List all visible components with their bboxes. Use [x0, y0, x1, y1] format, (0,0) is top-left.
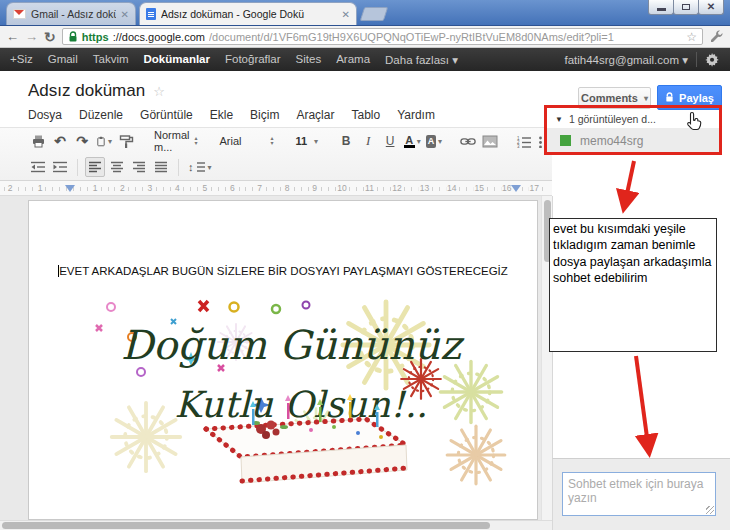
paste-button[interactable]: ▾: [94, 131, 114, 151]
menu-item[interactable]: Dosya: [28, 108, 62, 122]
menu-item[interactable]: Tablo: [351, 108, 380, 122]
tab-close-icon[interactable]: ✕: [121, 9, 129, 20]
ruler-number: 15: [474, 183, 485, 193]
comments-button[interactable]: Comments ▾: [578, 87, 651, 109]
google-bar-link[interactable]: Daha fazlası ▾: [385, 53, 458, 67]
ruler-number: 7: [256, 183, 263, 193]
bookmark-star-icon[interactable]: ☆: [686, 30, 697, 44]
justify-button[interactable]: [151, 157, 171, 177]
account-menu[interactable]: fatih44srg@gmail.com ▾: [564, 53, 688, 67]
align-left-button[interactable]: [85, 157, 105, 177]
paint-format-button[interactable]: [116, 131, 136, 151]
margin-marker[interactable]: [511, 185, 521, 197]
text-color-button[interactable]: A ▾: [402, 131, 422, 151]
print-button[interactable]: [28, 131, 48, 151]
numbered-list-button[interactable]: 123: [514, 131, 534, 151]
resize-handle-icon[interactable]: [706, 506, 714, 514]
annotation-note: evet bu kısımdaki yeşile tıkladıgım zama…: [549, 218, 717, 352]
birthday-image[interactable]: Doğum Gününüz Kutlu Olsun!..: [76, 297, 516, 492]
chevron-down-icon: ▾: [644, 94, 648, 103]
chevron-down-icon: ▾: [438, 137, 442, 146]
font-size-select[interactable]: 11 ▾: [291, 135, 322, 147]
align-right-button[interactable]: [129, 157, 149, 177]
ruler: 211234567891011121314151617: [0, 181, 552, 196]
ruler-number: 1: [92, 183, 99, 193]
google-bar-links: +SizGmailTakvimDokümanlarFotoğraflarSite…: [10, 53, 458, 67]
viewer-name: memo44srg: [580, 134, 643, 148]
ruler-number: 10: [336, 183, 347, 193]
restore-button[interactable]: [673, 0, 699, 15]
wrench-menu-icon[interactable]: [709, 29, 724, 44]
ruler-number: 4: [174, 183, 181, 193]
gmail-icon: [13, 9, 26, 19]
updown-icon: ▴▾: [194, 136, 197, 146]
color-letter: A: [405, 135, 413, 145]
ruler-number: 11: [364, 183, 375, 193]
divider: [696, 52, 697, 67]
minimize-button[interactable]: [648, 0, 674, 15]
share-button[interactable]: Paylaş: [657, 85, 722, 110]
google-bar-link[interactable]: +Siz: [10, 53, 33, 67]
undo-button[interactable]: ↶: [50, 131, 70, 151]
restore-icon: [682, 4, 690, 10]
scrollbar-thumb[interactable]: [2, 522, 490, 529]
menu-item[interactable]: Düzenle: [79, 108, 123, 122]
docs-icon: [146, 8, 156, 20]
share-label: Paylaş: [679, 92, 714, 104]
google-bar-link[interactable]: Sites: [296, 53, 322, 67]
tab-gmail[interactable]: Gmail - Adsız doküman (fatih4 ✕: [6, 2, 136, 25]
google-bar-link[interactable]: Gmail: [48, 53, 78, 67]
menu-item[interactable]: Yardım: [397, 108, 435, 122]
redo-button[interactable]: ↷: [72, 131, 92, 151]
menu-item[interactable]: Ekle: [210, 108, 233, 122]
underline-button[interactable]: U: [380, 131, 400, 151]
horizontal-scrollbar[interactable]: [0, 520, 552, 530]
google-bar-link[interactable]: Takvim: [93, 53, 129, 67]
forward-button[interactable]: →: [25, 30, 38, 43]
font-select[interactable]: Arial ▴▾: [215, 135, 277, 147]
ruler-number: 1: [37, 183, 44, 193]
chat-input[interactable]: [562, 472, 716, 516]
app-window: Gmail - Adsız doküman (fatih4 ✕ Adsız do…: [0, 0, 730, 530]
highlight-icon: A: [426, 135, 436, 148]
insert-link-button[interactable]: [458, 131, 478, 151]
align-center-button[interactable]: [107, 157, 127, 177]
viewers-label: 1 görüntüleyen d...: [569, 113, 656, 125]
menu-item[interactable]: Araçlar: [296, 108, 334, 122]
document-title[interactable]: Adsız doküman: [28, 71, 145, 101]
google-bar-link[interactable]: Arama: [336, 53, 370, 67]
decrease-indent-button[interactable]: [28, 157, 48, 177]
tab-close-icon[interactable]: ✕: [342, 9, 350, 20]
star-doc-icon[interactable]: ☆: [153, 84, 165, 99]
back-button[interactable]: ←: [6, 30, 19, 43]
line-spacing-button[interactable]: ↕ ▾: [186, 157, 214, 177]
google-bar-link[interactable]: Dokümanlar: [144, 53, 210, 67]
address-bar[interactable]: https://docs.google.com/document/d/1VF6m…: [62, 28, 703, 45]
close-button[interactable]: ✕: [698, 0, 724, 15]
reload-button[interactable]: ↻: [44, 30, 56, 44]
tab-docs[interactable]: Adsız doküman - Google Dokü ✕: [139, 2, 357, 25]
insert-image-button[interactable]: [480, 131, 500, 151]
document-page[interactable]: EVET ARKADAŞLAR BUGÜN SİZLERE BİR DOSYAY…: [28, 200, 538, 520]
menu-item[interactable]: Biçim: [250, 108, 279, 122]
chevron-down-icon: ▾: [108, 137, 112, 146]
edit-toolbar: ↶ ↷ ▾ Normal m... ▴▾ Arial ▴▾ 11 ▾: [0, 127, 552, 181]
indent-marker[interactable]: [65, 185, 75, 197]
menu-item[interactable]: Görüntüle: [140, 108, 193, 122]
chat-input-section: [552, 458, 730, 530]
increase-indent-button[interactable]: [50, 157, 70, 177]
new-tab-button[interactable]: [360, 7, 389, 21]
google-bar-link[interactable]: Fotoğraflar: [225, 53, 281, 67]
gear-icon[interactable]: [705, 52, 720, 67]
highlight-color-button[interactable]: A ▾: [424, 131, 444, 151]
browser-titlebar: Gmail - Adsız doküman (fatih4 ✕ Adsız do…: [0, 0, 730, 26]
url-scheme: https: [82, 31, 109, 43]
italic-button[interactable]: I: [358, 131, 378, 151]
paragraph-style-select[interactable]: Normal m... ▴▾: [150, 129, 201, 153]
ruler-number: 6: [229, 183, 236, 193]
bold-button[interactable]: B: [336, 131, 356, 151]
hand-cursor-icon: [684, 110, 704, 132]
annotation-note-text: evet bu kısımdaki yeşile tıkladıgım zama…: [553, 222, 711, 285]
font-label: Arial: [219, 135, 265, 147]
window-controls: ✕: [649, 0, 724, 15]
